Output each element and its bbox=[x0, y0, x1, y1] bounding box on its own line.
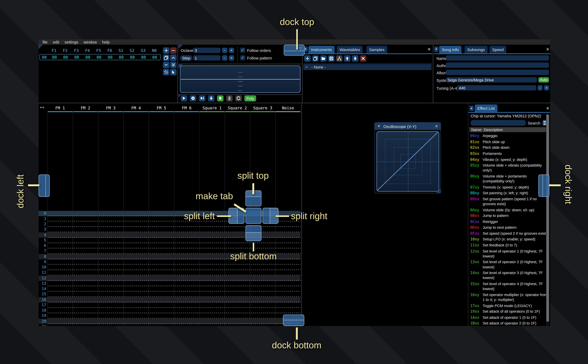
orders-selected-row[interactable]: 0000000000000000000000 bbox=[40, 54, 161, 60]
split-target-bottom[interactable] bbox=[245, 225, 262, 241]
tab-instruments-samples[interactable]: Samples bbox=[366, 46, 387, 53]
octave-decrease-button[interactable]: - bbox=[222, 47, 227, 53]
effect-row[interactable]: 15xxSet level of operator 4 (0 highest, … bbox=[470, 281, 548, 292]
play-pattern-button[interactable] bbox=[190, 95, 196, 102]
effect-row[interactable]: 06xyVolume slide + portamento (compatibi… bbox=[470, 173, 548, 184]
effect-row[interactable]: 10xySetup LFO (x: enable; y: speed) bbox=[470, 236, 548, 242]
effect-row[interactable]: 11xxSet feedback (0 to 7) bbox=[470, 242, 548, 248]
author-field[interactable] bbox=[446, 62, 549, 68]
dock-target-top[interactable] bbox=[284, 45, 304, 56]
orders-cell[interactable]: 00 bbox=[82, 55, 93, 59]
orders-cell[interactable]: 00 bbox=[60, 55, 71, 59]
tab-song-subsongs[interactable]: Subsongs bbox=[464, 46, 488, 53]
follow-orders-checkbox[interactable]: ✓ bbox=[240, 47, 245, 52]
effect-row[interactable]: 09xxSet groove pattern (speed 1 if no gr… bbox=[470, 196, 548, 207]
effect-row[interactable]: 0AxyVolume slide (0y: down; x0: up) bbox=[470, 207, 548, 213]
stop-button[interactable] bbox=[217, 95, 224, 102]
effect-row[interactable]: 0CxxRetrigger bbox=[470, 219, 548, 224]
make-tab-target[interactable] bbox=[245, 208, 262, 224]
system-field[interactable]: Sega Genesis/Mega Drive bbox=[446, 77, 537, 82]
step-input[interactable]: 1 bbox=[193, 55, 220, 60]
move-order-bottom-button[interactable] bbox=[170, 61, 177, 68]
octave-increase-button[interactable]: + bbox=[229, 47, 234, 53]
tuning-increase-button[interactable]: + bbox=[544, 85, 549, 90]
oscilloscope-xy-window[interactable]: ▼ Oscilloscope (X-Y) ✕ bbox=[374, 122, 441, 194]
menu-item-help[interactable]: help bbox=[102, 40, 110, 44]
tab-song-speed[interactable]: Speed bbox=[489, 46, 506, 53]
effect-row[interactable]: 13xxSet level of operator 2 (0 highest, … bbox=[470, 259, 548, 270]
step-increase-button[interactable]: + bbox=[229, 55, 234, 60]
effect-row[interactable]: 03xxPortamento bbox=[470, 151, 548, 156]
resize-grip[interactable] bbox=[436, 188, 441, 193]
organize-instruments-button[interactable] bbox=[336, 55, 343, 61]
effect-row[interactable]: 02xxPitch slide down bbox=[470, 145, 548, 150]
panel-splitter[interactable] bbox=[39, 103, 550, 103]
tab-instruments-instruments[interactable]: Instruments bbox=[308, 46, 335, 53]
menu-item-file[interactable]: file bbox=[42, 40, 47, 44]
panel-splitter[interactable] bbox=[177, 45, 178, 103]
step-decrease-button[interactable]: - bbox=[222, 55, 227, 60]
channel-header-noise[interactable]: Noise bbox=[275, 105, 300, 111]
tab-song-song-info[interactable]: Song Info bbox=[439, 46, 462, 53]
step-one-row-button[interactable] bbox=[208, 95, 214, 102]
channel-header-fm-6[interactable]: FM 6 bbox=[174, 105, 199, 111]
effect-row[interactable]: 01xxPitch slide up bbox=[470, 139, 548, 145]
album-field[interactable] bbox=[446, 69, 549, 75]
close-icon[interactable]: ✕ bbox=[435, 124, 438, 128]
orders-cell[interactable]: 00 bbox=[105, 55, 116, 59]
remove-order-button[interactable] bbox=[170, 47, 177, 53]
effect-row[interactable]: 0DxxJump to next pattern bbox=[470, 225, 548, 230]
open-instrument-button[interactable] bbox=[320, 55, 326, 61]
close-icon[interactable]: ✕ bbox=[546, 47, 549, 51]
channel-header-square-2[interactable]: Square 2 bbox=[225, 105, 250, 111]
effect-row[interactable]: 19xxSet attack of all operators (0 to 1F… bbox=[470, 309, 548, 314]
tab-effect-list[interactable]: Effect List bbox=[475, 104, 497, 112]
collapse-triangle-icon[interactable]: ▼ bbox=[377, 124, 380, 128]
channel-header-fm-2[interactable]: FM 2 bbox=[73, 105, 98, 111]
oscilloscope-display[interactable] bbox=[180, 65, 301, 93]
channel-header-square-3[interactable]: Square 3 bbox=[250, 105, 275, 111]
tab-instruments-wavetables[interactable]: Wavetables bbox=[337, 46, 363, 53]
save-instrument-button[interactable] bbox=[328, 55, 335, 61]
menu-item-edit[interactable]: edit bbox=[53, 40, 59, 44]
move-instrument-down-button[interactable] bbox=[352, 55, 358, 61]
effect-row[interactable]: 1AxxSet attack of operator 1 (0 to 1F) bbox=[470, 314, 548, 320]
dock-target-right[interactable] bbox=[538, 175, 549, 197]
tuning-decrease-button[interactable]: - bbox=[538, 85, 543, 90]
add-order-button[interactable] bbox=[163, 47, 169, 53]
oscilloscope-xy-titlebar[interactable]: ▼ Oscilloscope (X-Y) ✕ bbox=[375, 123, 441, 130]
channel-header-fm-5[interactable]: FM 5 bbox=[149, 105, 174, 111]
channel-header-fm-1[interactable]: FM 1 bbox=[47, 105, 73, 111]
orders-cell[interactable]: 00 bbox=[149, 55, 160, 59]
orders-cell[interactable]: 00 bbox=[71, 55, 82, 59]
effect-row[interactable]: 05xyVolume slide + vibrato (compatibilit… bbox=[470, 162, 548, 173]
octave-input[interactable]: 3 bbox=[193, 47, 220, 53]
channel-header-square-1[interactable]: Square 1 bbox=[199, 105, 225, 111]
effect-row[interactable]: 16xySet operator multiplier (x: operator… bbox=[470, 292, 548, 303]
effect-row[interactable]: 12xxSet level of operator 1 (0 highest, … bbox=[470, 248, 548, 259]
follow-pattern-checkbox[interactable]: ✓ bbox=[240, 55, 245, 60]
close-icon[interactable]: ✕ bbox=[427, 47, 431, 51]
poly-toggle-button[interactable]: Poly bbox=[244, 95, 256, 102]
duplicate-instrument-button[interactable] bbox=[312, 55, 319, 61]
auto-system-button[interactable]: Auto bbox=[538, 77, 549, 82]
effect-row[interactable]: 1BxxSet attack of operator 2 (0 to 1F) bbox=[470, 320, 548, 326]
duplicate-order-button[interactable] bbox=[163, 54, 169, 61]
tuning-field[interactable]: 440 bbox=[457, 85, 536, 90]
repeat-pattern-button[interactable] bbox=[235, 95, 242, 102]
dock-target-bottom[interactable] bbox=[283, 315, 304, 326]
chevron-down-icon[interactable]: ▼ bbox=[469, 106, 474, 111]
effect-row[interactable]: 14xxSet level of operator 3 (0 highest, … bbox=[470, 270, 548, 281]
effect-row[interactable]: 08xySet panning (x: left; y: right) bbox=[470, 190, 548, 196]
duplicate-unlink-order-button[interactable] bbox=[163, 69, 169, 75]
delete-instrument-button[interactable] bbox=[360, 55, 366, 61]
effect-row[interactable]: 0BxxJump to pattern bbox=[470, 213, 548, 219]
orders-cell[interactable]: 00 bbox=[138, 55, 149, 59]
move-order-down-button[interactable] bbox=[163, 61, 169, 68]
effect-row[interactable]: 07xyTremolo (x: speed; y: depth) bbox=[470, 184, 548, 190]
effect-row[interactable]: 17xxToggle PCM mode (LEGACY) bbox=[470, 303, 548, 308]
effect-row[interactable]: 00xyArpeggio bbox=[470, 133, 548, 139]
channel-header-fm-3[interactable]: FM 3 bbox=[98, 105, 123, 111]
channel-header-fm-4[interactable]: FM 4 bbox=[123, 105, 149, 111]
move-instrument-up-button[interactable] bbox=[344, 55, 350, 61]
